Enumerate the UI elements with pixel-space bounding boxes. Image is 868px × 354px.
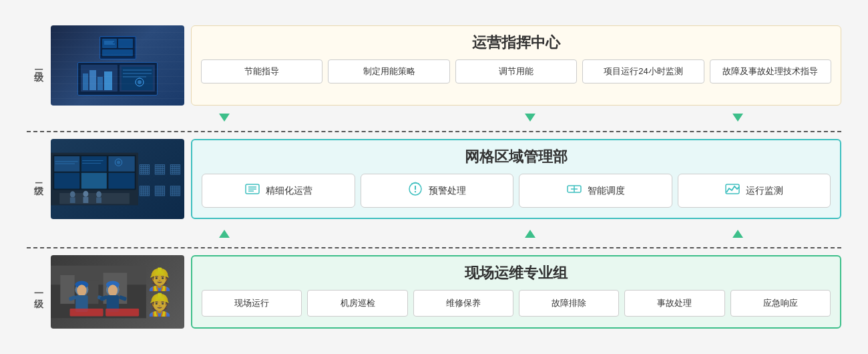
level2-content: 网格区域管理部 精细化运营: [191, 139, 841, 219]
svg-rect-8: [81, 65, 118, 92]
l1-item-5: 应急响应: [730, 290, 831, 317]
l2-label-3: 运行监测: [746, 185, 783, 197]
arrow-group-4: [199, 230, 427, 238]
l3-item-0: 节能指导: [201, 59, 322, 83]
l1-item-4: 事故处理: [624, 290, 724, 317]
level3-title: 运营指挥中心: [201, 33, 831, 53]
svg-point-65: [108, 285, 118, 296]
svg-point-33: [117, 160, 120, 164]
arrow-group-6: [634, 230, 841, 238]
svg-rect-25: [54, 173, 79, 189]
arrow-2: [525, 114, 535, 122]
level3-image: [51, 25, 184, 106]
arrow-3: [732, 114, 743, 122]
l2-icon-2: [566, 181, 582, 200]
arrow-group-5: [427, 230, 634, 238]
svg-rect-12: [97, 77, 103, 90]
level2-row: 二级: [27, 139, 841, 219]
svg-rect-38: [83, 197, 88, 203]
arrow-group-2: [427, 114, 634, 122]
svg-rect-40: [96, 198, 101, 204]
l1-item-3: 故障排除: [519, 290, 619, 317]
level1-items: 现场运行 机房巡检 维修保养 故障排除 事故处理 应急响应: [202, 290, 831, 317]
arrow-5: [525, 230, 535, 238]
svg-rect-0: [101, 37, 134, 57]
svg-point-37: [83, 191, 88, 197]
level2-badge: 二级: [27, 139, 51, 219]
svg-point-47: [415, 191, 416, 192]
level2-image: [51, 139, 184, 219]
level1-row: 一级: [27, 255, 841, 329]
l2-icon-0: [244, 181, 260, 200]
l3-item-3: 项目运行24小时监测: [582, 59, 704, 83]
level2-title: 网格区域管理部: [202, 147, 831, 167]
l1-item-0: 现场运行: [202, 290, 302, 317]
svg-rect-7: [79, 63, 156, 94]
l2-icon-3: [724, 181, 740, 200]
level3-items: 节能指导 制定用能策略 调节用能 项目运行24小时监测 故障及事故处理技术指导: [201, 59, 831, 83]
arrow-group-1: [199, 114, 427, 122]
level2-items: 精细化运营 预警处理: [202, 174, 831, 208]
svg-rect-14: [122, 67, 153, 90]
dashed-sep-bottom: [27, 247, 841, 248]
l3-item-2: 调节用能: [455, 59, 577, 83]
dashed-sep-top: [27, 131, 841, 132]
l2-label-2: 智能调度: [588, 185, 625, 197]
svg-rect-13: [104, 71, 112, 90]
svg-rect-10: [83, 73, 88, 90]
svg-point-18: [136, 78, 144, 86]
svg-rect-70: [105, 309, 139, 316]
svg-rect-1: [102, 39, 117, 48]
svg-point-35: [70, 191, 75, 197]
level1-image: [51, 255, 184, 329]
svg-rect-69: [70, 309, 103, 316]
level1-title: 现场运维专业组: [202, 263, 831, 283]
svg-point-19: [138, 80, 142, 84]
level3-content: 运营指挥中心 节能指导 制定用能策略 调节用能 项目运行24小时监测 故障及事故…: [191, 25, 841, 106]
svg-rect-11: [89, 70, 96, 90]
arrow-1: [219, 114, 230, 122]
svg-rect-36: [70, 198, 75, 204]
l2-item-2: 智能调度: [519, 174, 672, 208]
arrow-group-3: [634, 114, 841, 122]
l2-label-0: 精细化运营: [266, 185, 312, 197]
l1-item-2: 维修保养: [413, 290, 513, 317]
svg-rect-3: [102, 49, 133, 56]
l1-item-1: 机房巡检: [307, 290, 407, 317]
level3-row: 三级: [27, 25, 841, 106]
svg-rect-2: [118, 39, 133, 48]
arrow-4: [219, 230, 230, 238]
arrows-3to2: [27, 110, 841, 126]
svg-rect-26: [81, 173, 107, 189]
svg-point-39: [96, 191, 101, 197]
level3-badge: 三级: [27, 25, 51, 106]
svg-point-59: [77, 285, 86, 296]
arrow-6: [732, 230, 743, 238]
svg-rect-22: [54, 156, 79, 172]
level1-badge: 一级: [27, 255, 51, 329]
l3-item-1: 制定用能策略: [328, 59, 449, 83]
l2-label-1: 预警处理: [429, 185, 466, 197]
l3-item-4: 故障及事故处理技术指导: [710, 59, 831, 83]
svg-rect-23: [81, 156, 107, 172]
arrows-1to2: [27, 226, 841, 242]
l2-item-0: 精细化运营: [202, 174, 355, 208]
l2-icon-1: [407, 181, 423, 200]
svg-rect-9: [120, 65, 155, 92]
level1-content: 现场运维专业组 现场运行 机房巡检 维修保养 故障排除 事故处理 应急响应: [191, 255, 841, 329]
l2-item-1: 预警处理: [361, 174, 514, 208]
svg-rect-27: [108, 173, 134, 189]
l2-item-3: 运行监测: [678, 174, 831, 208]
